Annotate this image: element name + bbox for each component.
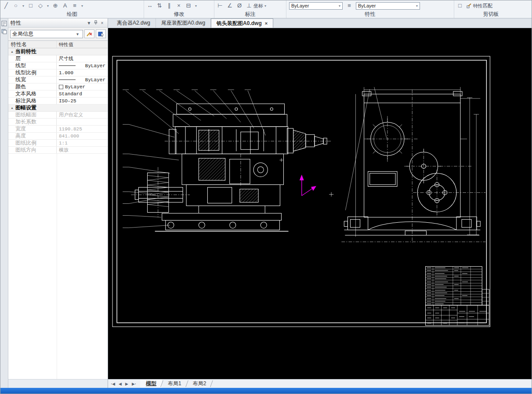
prop-value-layer[interactable]: 尺寸线 <box>57 55 108 62</box>
prop-row-dim-style: 标注风格 ISO-25 <box>8 98 108 105</box>
coordinate-icon: ⊥ <box>246 2 252 9</box>
chevron-down-icon: ▾ <box>416 4 418 8</box>
tab-model[interactable]: 模型 <box>140 380 162 388</box>
title-block[interactable] <box>425 267 489 325</box>
column-header-value[interactable]: 特性值 <box>57 41 108 48</box>
clipboard-icon[interactable]: □ <box>457 2 463 9</box>
doc-tab-milling-head[interactable]: 铣头装配图A0.dwg × <box>211 18 273 28</box>
modify-move-icon[interactable]: ↔ <box>147 2 153 9</box>
last-tab-icon[interactable]: ▶ <box>130 382 137 386</box>
panel-dropdown-icon[interactable]: ▼ <box>86 21 92 25</box>
modify-offset-icon[interactable]: ∥ <box>166 2 172 9</box>
lineweight-combobox[interactable]: ByLayer ▾ <box>356 2 420 10</box>
prop-row-width: 宽度 1190.825 <box>8 126 108 133</box>
draw-line-icon[interactable]: ╱ <box>3 2 9 9</box>
draw-hatch-icon[interactable]: ≡ <box>72 2 78 9</box>
prop-value-text-style[interactable]: Standard <box>57 90 108 97</box>
properties-panel-header: 特性 ▼ × <box>8 18 108 28</box>
linetype-combobox[interactable]: ByLayer ▾ <box>289 2 343 10</box>
prop-name-lengthen-factor: 加长系数 <box>8 119 57 125</box>
prop-row-paper-size: 图纸幅面 用户自定义 <box>8 112 108 119</box>
modify-array-icon[interactable]: ⇅ <box>156 2 163 9</box>
prop-row-linetype: 线型 ByLayer <box>8 62 108 69</box>
chevron-down-icon[interactable]: ▾ <box>195 4 197 8</box>
draw-point-icon[interactable]: ⊕ <box>52 2 58 9</box>
lineweight-preview <box>59 80 76 80</box>
chevron-down-icon[interactable]: ▾ <box>81 4 83 8</box>
prop-name-linetype-scale: 线型比例 <box>8 69 57 76</box>
tab-layout1[interactable]: 布局1 <box>162 380 187 388</box>
match-properties-button[interactable]: 特性匹配 <box>467 3 492 9</box>
quick-select-icon <box>87 31 93 37</box>
prev-tab-icon[interactable]: ◀ <box>117 382 123 386</box>
leader-lines[interactable] <box>123 87 387 228</box>
drawing-canvas[interactable] <box>108 28 532 379</box>
left-section-view[interactable] <box>135 104 327 231</box>
coordinate-button[interactable]: ⊥ 坐标 ▾ <box>246 2 266 9</box>
prop-value-paper-scale[interactable]: 1:1 <box>57 140 108 146</box>
prop-value-color[interactable]: ByLayer <box>57 83 108 90</box>
status-bar <box>0 388 532 394</box>
modify-erase-icon[interactable]: × <box>176 2 182 9</box>
prop-value-width[interactable]: 1190.825 <box>57 126 108 132</box>
scope-combobox[interactable]: 全局信息 ▾ <box>10 30 83 38</box>
tab-layout2[interactable]: 布局2 <box>187 380 212 388</box>
angle-dimension-icon[interactable]: ∠ <box>227 2 233 9</box>
cad-drawing[interactable] <box>108 28 532 379</box>
section-expanded-icon: ▲ <box>11 106 14 109</box>
properties-list-icon[interactable]: ≡ <box>346 2 352 9</box>
prop-value-linetype-scale[interactable]: 1.000 <box>57 69 108 76</box>
color-swatch <box>59 85 63 89</box>
first-tab-icon[interactable]: ◀ <box>110 382 117 386</box>
doc-tab-clutch[interactable]: 离合器A2.dwg <box>112 18 156 28</box>
draw-circle-icon[interactable]: ○ <box>13 2 19 9</box>
close-icon[interactable]: × <box>265 21 268 26</box>
prop-value-lineweight[interactable]: ByLayer <box>57 76 108 83</box>
prop-value-linetype[interactable]: ByLayer <box>57 62 108 69</box>
prop-row-height: 高度 841.000 <box>8 133 108 140</box>
prop-value-lengthen-factor[interactable] <box>57 119 108 125</box>
properties-table: 特性名 特性值 ▲ 当前特性 层 尺寸线 线型 ByLayer <box>8 40 108 154</box>
linetype-preview <box>59 65 76 66</box>
prop-value-paper-orientation[interactable]: 横放 <box>57 147 108 153</box>
snap-markers <box>279 158 333 196</box>
doc-tab-tailstock[interactable]: 尾座装配图A0.dwg <box>156 18 211 28</box>
draw-text-icon[interactable]: A <box>62 2 68 9</box>
prop-row-layer: 层 尺寸线 <box>8 55 108 62</box>
column-header-name[interactable]: 特性名 <box>8 41 57 48</box>
properties-panel: 特性 ▼ × 全局信息 ▾ <box>8 18 108 388</box>
diameter-dimension-icon[interactable]: Ø <box>236 2 242 9</box>
dimension-lines[interactable] <box>356 87 481 236</box>
ucs-icon[interactable] <box>300 174 316 195</box>
modify-mirror-icon[interactable]: ⊟ <box>185 2 192 9</box>
draw-polygon-icon[interactable]: ◇ <box>37 2 43 9</box>
prop-name-linetype: 线型 <box>8 62 57 69</box>
chevron-down-icon[interactable]: ▾ <box>22 4 24 8</box>
select-objects-button[interactable] <box>96 29 106 38</box>
document-tab-bar: 离合器A2.dwg 尾座装配图A0.dwg 铣头装配图A0.dwg × <box>108 18 532 28</box>
main-area: 特性 ▼ × 全局信息 ▾ <box>0 18 532 388</box>
quick-select-button[interactable] <box>84 29 94 38</box>
prop-name-paper-size: 图纸幅面 <box>8 112 57 118</box>
prop-value-paper-size[interactable]: 用户自定义 <box>57 112 108 118</box>
layers-panel-icon[interactable] <box>1 29 7 34</box>
chevron-down-icon[interactable]: ▾ <box>47 4 49 8</box>
prop-value-dim-style[interactable]: ISO-25 <box>57 98 108 104</box>
section-current-properties[interactable]: ▲ 当前特性 <box>8 48 108 55</box>
ribbon-group-label-clipboard: 剪切板 <box>457 11 525 18</box>
prop-name-height: 高度 <box>8 133 57 139</box>
right-view-centerlines[interactable] <box>341 90 485 242</box>
section-sheet-settings[interactable]: ▲ 图幅设置 <box>8 105 108 112</box>
prop-value-height[interactable]: 841.000 <box>57 133 108 139</box>
next-tab-icon[interactable]: ▶ <box>123 382 130 386</box>
pin-icon[interactable] <box>92 20 99 26</box>
properties-table-empty-area <box>8 154 108 379</box>
draw-rect-icon[interactable]: □ <box>28 2 34 9</box>
prop-row-text-style: 文本风格 Standard <box>8 90 108 98</box>
close-icon[interactable]: × <box>99 21 105 25</box>
prop-name-paper-scale: 图纸比例 <box>8 140 57 146</box>
prop-name-dim-style: 标注风格 <box>8 98 57 104</box>
properties-panel-icon[interactable] <box>1 21 7 26</box>
dimension-icon[interactable]: ⊢ <box>217 2 223 9</box>
prop-name-width: 宽度 <box>8 126 57 132</box>
